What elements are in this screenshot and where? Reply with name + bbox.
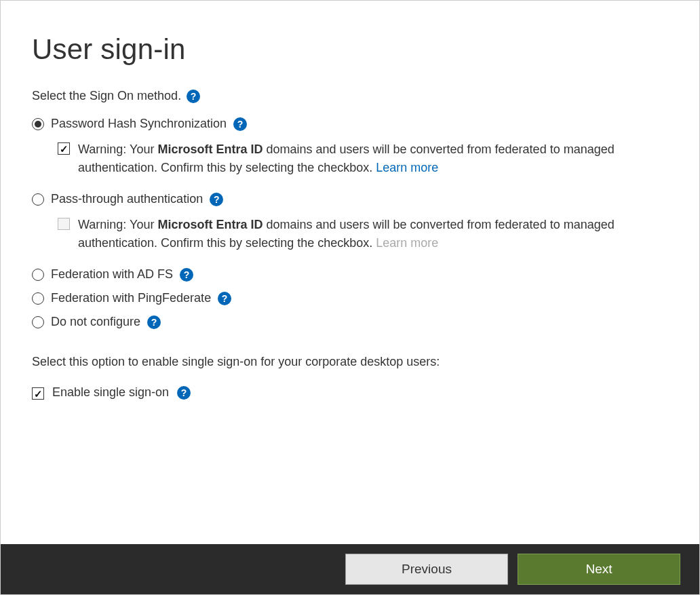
- warning-bold: Microsoft Entra ID: [157, 218, 262, 231]
- select-method-text: Select the Sign On method.: [32, 89, 181, 103]
- checkbox-enable-sso[interactable]: [32, 387, 44, 400]
- password-hash-warning-text: Warning: Your Microsoft Entra ID domains…: [78, 140, 668, 177]
- radio-do-not-configure[interactable]: [32, 316, 44, 328]
- checkbox-pass-through-warning: [58, 218, 70, 230]
- option-pass-through[interactable]: Pass-through authentication ?: [32, 192, 668, 206]
- option-federation-adfs-label: Federation with AD FS: [51, 267, 173, 282]
- previous-button[interactable]: Previous: [345, 554, 508, 585]
- pass-through-warning-row: Warning: Your Microsoft Entra ID domains…: [58, 216, 668, 252]
- sso-description: Select this option to enable single sign…: [32, 355, 668, 369]
- warning-bold: Microsoft Entra ID: [157, 142, 262, 156]
- sso-section: Select this option to enable single sign…: [32, 355, 668, 400]
- warning-prefix: Warning: Your: [78, 218, 157, 231]
- help-icon[interactable]: ?: [218, 292, 231, 305]
- radio-password-hash[interactable]: [32, 118, 44, 130]
- help-icon[interactable]: ?: [187, 90, 200, 103]
- page-title: User sign-in: [32, 33, 668, 66]
- option-federation-ping-label: Federation with PingFederate: [51, 291, 211, 305]
- next-button[interactable]: Next: [518, 554, 680, 585]
- help-icon[interactable]: ?: [177, 386, 191, 400]
- checkbox-password-hash-warning[interactable]: [58, 142, 70, 155]
- option-pass-through-label: Pass-through authentication: [51, 192, 203, 206]
- option-password-hash-label: Password Hash Synchronization: [51, 117, 227, 131]
- sso-label: Enable single sign-on: [52, 385, 169, 400]
- radio-pass-through[interactable]: [32, 193, 44, 206]
- learn-more-link[interactable]: Learn more: [376, 161, 438, 174]
- help-icon[interactable]: ?: [180, 268, 193, 282]
- radio-federation-adfs[interactable]: [32, 269, 44, 281]
- sso-row[interactable]: Enable single sign-on ?: [32, 385, 668, 400]
- option-password-hash[interactable]: Password Hash Synchronization ?: [32, 117, 668, 131]
- option-federation-adfs[interactable]: Federation with AD FS ?: [32, 267, 668, 282]
- option-do-not-configure-label: Do not configure: [51, 315, 140, 329]
- help-icon[interactable]: ?: [210, 193, 223, 206]
- help-icon[interactable]: ?: [147, 315, 161, 329]
- wizard-footer: Previous Next: [1, 544, 699, 594]
- option-do-not-configure[interactable]: Do not configure ?: [32, 315, 668, 329]
- radio-federation-ping[interactable]: [32, 292, 44, 305]
- pass-through-warning-text: Warning: Your Microsoft Entra ID domains…: [78, 216, 668, 252]
- password-hash-warning-row: Warning: Your Microsoft Entra ID domains…: [58, 140, 668, 177]
- learn-more-link-disabled: Learn more: [376, 236, 438, 250]
- option-federation-ping[interactable]: Federation with PingFederate ?: [32, 291, 668, 305]
- help-icon[interactable]: ?: [233, 117, 247, 131]
- select-method-label: Select the Sign On method. ?: [32, 89, 668, 103]
- warning-prefix: Warning: Your: [78, 142, 157, 156]
